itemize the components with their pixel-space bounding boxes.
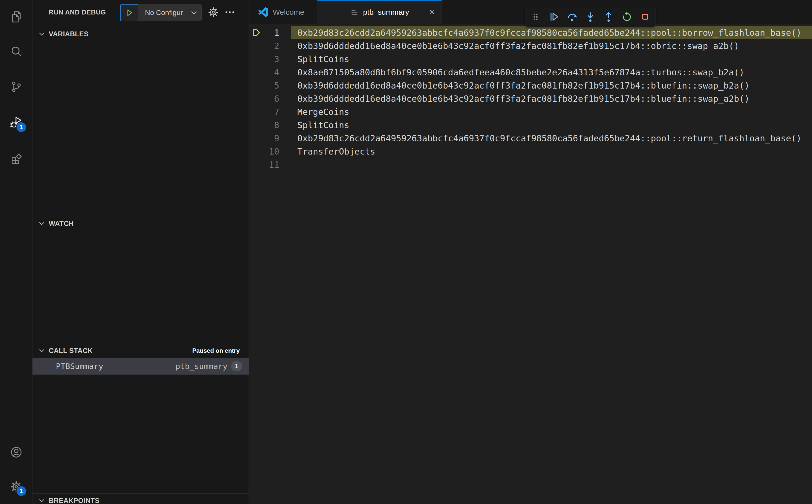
breakpoints-section-header[interactable]: BREAKPOINTS — [32, 494, 249, 504]
debug-toolbar — [525, 7, 656, 27]
debug-configuration-value: No Configur — [145, 9, 183, 17]
ellipsis-icon — [224, 6, 236, 18]
code-line[interactable]: 4 0x8ae871505a80d8bf6bf9c05906cda6edfeea… — [249, 66, 812, 79]
call-stack-section: CALL STACK Paused on entry PTBSummary pt… — [32, 342, 249, 493]
call-stack-section-header[interactable]: CALL STACK Paused on entry — [32, 344, 249, 357]
sidebar-header: RUN AND DEBUG No Configur — [32, 0, 248, 24]
code-line[interactable]: 7 MergeCoins — [249, 105, 812, 119]
variables-section-label: VARIABLES — [49, 30, 89, 38]
breakpoints-section-label: BREAKPOINTS — [49, 497, 99, 504]
line-text[interactable]: 0xb29d83c26cdd2a64959263abbcfc4a6937f0c9… — [291, 132, 812, 145]
chevron-down-icon — [38, 347, 45, 354]
play-icon — [124, 8, 134, 18]
line-text[interactable]: SplitCoins — [291, 119, 812, 132]
extensions-icon — [10, 151, 23, 164]
breakpoint-gutter[interactable] — [249, 79, 264, 92]
line-number: 5 — [264, 80, 279, 91]
activity-item-extensions[interactable] — [0, 140, 32, 176]
start-debugging-button[interactable] — [120, 4, 138, 21]
gear-icon — [207, 6, 219, 18]
line-text[interactable]: 0xb39d6dddedd16ed8a40ce0b1e6b43c92acf0ff… — [291, 92, 812, 105]
debug-configuration-dropdown[interactable]: No Configur — [137, 4, 202, 21]
line-number: 8 — [264, 120, 279, 130]
breakpoint-gutter[interactable] — [249, 119, 264, 132]
breakpoint-gutter[interactable] — [249, 66, 264, 79]
debug-launch-control: No Configur — [120, 4, 202, 21]
chevron-down-icon — [38, 497, 45, 504]
step-over-icon — [566, 11, 578, 23]
code-line[interactable]: 1 0xb29d83c26cdd2a64959263abbcfc4a6937f0… — [249, 26, 812, 39]
close-icon[interactable] — [428, 8, 437, 16]
activity-item-explorer[interactable] — [0, 0, 32, 33]
stop-button[interactable] — [637, 9, 653, 25]
toolbar-drag-handle[interactable] — [527, 9, 544, 25]
code-line[interactable]: 3 SplitCoins — [249, 53, 812, 66]
debug-continue-icon — [548, 11, 560, 23]
line-text[interactable]: SplitCoins — [291, 53, 812, 66]
breakpoint-gutter[interactable] — [249, 26, 264, 39]
debug-badge: 1 — [16, 122, 27, 132]
step-over-button[interactable] — [564, 9, 580, 25]
breakpoint-gutter[interactable] — [249, 39, 264, 53]
breakpoint-gutter[interactable] — [249, 145, 264, 158]
chevron-down-icon — [38, 220, 45, 227]
stack-frame-row[interactable]: PTBSummary ptb_summary 1 — [32, 358, 249, 375]
tab-ptb-summary[interactable]: ptb_summary — [317, 0, 442, 24]
line-number: 6 — [264, 94, 279, 104]
activity-item-settings[interactable]: 1 — [0, 469, 32, 504]
code-line[interactable]: 11 — [249, 158, 812, 171]
debug-current-line-arrow-icon — [251, 28, 262, 38]
watch-section: WATCH — [32, 215, 249, 342]
activity-item-run-and-debug[interactable]: 1 — [0, 105, 32, 140]
activity-bar: 1 — [0, 0, 32, 504]
tab-welcome[interactable]: Welcome — [249, 0, 317, 24]
code-line[interactable]: 6 0xb39d6dddedd16ed8a40ce0b1e6b43c92acf0… — [249, 92, 812, 105]
watch-section-header[interactable]: WATCH — [32, 217, 249, 230]
list-file-icon — [350, 8, 359, 17]
activity-item-source-control[interactable] — [0, 69, 32, 105]
line-text[interactable]: 0xb39d6dddedd16ed8a40ce0b1e6b43c92acf0ff… — [291, 39, 812, 53]
line-text[interactable]: 0xb29d83c26cdd2a64959263abbcfc4a6937f0c9… — [291, 26, 812, 39]
restart-icon — [621, 11, 633, 23]
line-number: 11 — [264, 160, 279, 170]
step-into-button[interactable] — [582, 9, 599, 25]
code-line[interactable]: 2 0xb39d6dddedd16ed8a40ce0b1e6b43c92acf0… — [249, 39, 812, 53]
activity-item-accounts[interactable] — [0, 435, 32, 469]
editor-group: Welcome ptb_summary 1 0xb29d83c26cdd2a64… — [249, 0, 812, 504]
variables-section-header[interactable]: VARIABLES — [32, 27, 249, 41]
breakpoint-gutter[interactable] — [249, 158, 264, 171]
line-text[interactable]: 0xb39d6dddedd16ed8a40ce0b1e6b43c92acf0ff… — [291, 79, 812, 92]
code-line[interactable]: 8 SplitCoins — [249, 119, 812, 132]
code-line[interactable]: 9 0xb29d83c26cdd2a64959263abbcfc4a6937f0… — [249, 132, 812, 145]
paused-status-text: Paused on entry — [192, 347, 240, 354]
continue-button[interactable] — [546, 9, 562, 25]
code-line[interactable]: 10 TransferObjects — [249, 145, 812, 158]
step-out-button[interactable] — [601, 9, 617, 25]
breakpoints-section: BREAKPOINTS — [32, 493, 249, 504]
stack-frame-badge: 1 — [231, 361, 242, 371]
line-text[interactable]: TransferObjects — [291, 145, 812, 158]
tab-ptb-summary-label: ptb_summary — [363, 8, 409, 16]
run-and-debug-sidebar: RUN AND DEBUG No Configur — [32, 0, 249, 504]
activity-item-search[interactable] — [0, 33, 32, 69]
breakpoint-gutter[interactable] — [249, 132, 264, 145]
line-text[interactable]: MergeCoins — [291, 105, 812, 119]
line-number: 2 — [264, 41, 279, 51]
line-text[interactable]: 0x8ae871505a80d8bf6bf9c05906cda6edfeea46… — [291, 66, 812, 79]
debug-settings-button[interactable] — [207, 6, 219, 18]
stack-frame-name: PTBSummary — [56, 362, 103, 371]
breakpoint-gutter[interactable] — [249, 92, 264, 105]
vscode-logo-icon — [258, 7, 268, 17]
breakpoint-gutter[interactable] — [249, 53, 264, 66]
stop-icon — [639, 11, 651, 23]
code-editor[interactable]: 1 0xb29d83c26cdd2a64959263abbcfc4a6937f0… — [249, 24, 812, 504]
restart-button[interactable] — [619, 9, 635, 25]
code-line[interactable]: 5 0xb39d6dddedd16ed8a40ce0b1e6b43c92acf0… — [249, 79, 812, 92]
sidebar-title: RUN AND DEBUG — [49, 8, 106, 16]
watch-section-label: WATCH — [49, 220, 74, 228]
account-icon — [10, 446, 23, 459]
views-more-actions-button[interactable] — [224, 6, 236, 18]
activity-bar-bottom: 1 — [0, 435, 32, 504]
breakpoint-gutter[interactable] — [249, 105, 264, 119]
line-text[interactable] — [291, 158, 812, 171]
